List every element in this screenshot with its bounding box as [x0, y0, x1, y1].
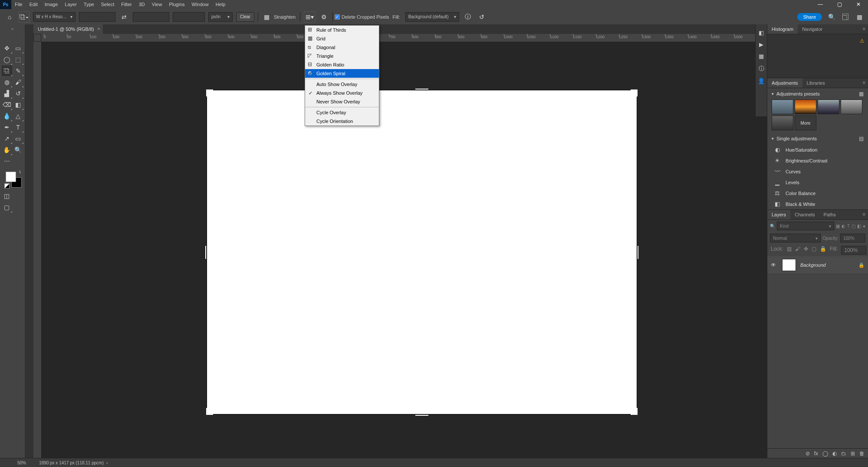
- gradient-tool-icon[interactable]: ◧: [13, 99, 24, 110]
- zoom-tool-icon[interactable]: 🔍: [13, 144, 24, 156]
- horizontal-ruler[interactable]: 0501001502002503003504004505005506006507…: [41, 34, 767, 42]
- crop-handle-r[interactable]: [635, 246, 638, 259]
- filter-image-icon[interactable]: ▦: [836, 224, 840, 229]
- screenmode-icon[interactable]: ▢: [1, 202, 13, 213]
- menu-plugins[interactable]: Plugins: [165, 0, 188, 9]
- close-tab-icon[interactable]: ×: [97, 26, 100, 31]
- cloud-docs-icon[interactable]: ⿹: [840, 12, 851, 22]
- menu-layer[interactable]: Layer: [61, 0, 80, 9]
- group-icon[interactable]: 🗀: [841, 450, 846, 457]
- window-maximize-button[interactable]: ▢: [830, 0, 849, 9]
- histogram-warning-icon[interactable]: ⚠: [860, 38, 865, 44]
- delete-cropped-checkbox[interactable]: ✓: [335, 14, 340, 20]
- fill-input[interactable]: 100%: [841, 246, 866, 255]
- panel-menu-icon[interactable]: ≡: [860, 78, 868, 88]
- preset-thumb[interactable]: [795, 99, 816, 114]
- menu-edit[interactable]: Edit: [26, 0, 41, 9]
- adjustment-hue-saturation[interactable]: ◐Hue/Saturation: [767, 144, 868, 155]
- paths-tab[interactable]: Paths: [819, 210, 840, 219]
- dodge-tool-icon[interactable]: △: [13, 110, 24, 122]
- menu-window[interactable]: Window: [188, 0, 212, 9]
- layer-lock-icon[interactable]: 🔒: [858, 262, 865, 268]
- new-layer-icon[interactable]: ⊞: [851, 450, 855, 457]
- crop-unit-select[interactable]: px/in▾: [208, 12, 233, 22]
- straighten-icon[interactable]: ▦: [262, 12, 272, 22]
- navigator-tab[interactable]: Navigator: [798, 24, 827, 34]
- status-more-icon[interactable]: ›: [106, 460, 108, 465]
- blur-tool-icon[interactable]: 💧: [1, 110, 13, 122]
- menu-file[interactable]: File: [11, 0, 26, 9]
- overlay-cycle-orientation[interactable]: Cycle Orientation: [305, 117, 379, 126]
- lock-artboard-icon[interactable]: ▢: [812, 246, 816, 255]
- eraser-tool-icon[interactable]: ⌫: [1, 99, 13, 110]
- adjustment-color-balance[interactable]: ⚖Color Balance: [767, 188, 868, 199]
- pen-tool-icon[interactable]: ✒: [1, 122, 13, 133]
- gradients-panel-icon[interactable]: ▦: [759, 53, 764, 60]
- layer-filter-select[interactable]: Kind▾: [777, 222, 834, 230]
- lock-all-icon[interactable]: 🔒: [820, 246, 826, 255]
- preset-thumb[interactable]: [818, 99, 839, 114]
- path-tool-icon[interactable]: ↗: [1, 133, 13, 144]
- swap-dimensions-icon[interactable]: ⇄: [119, 12, 129, 22]
- zoom-level[interactable]: 50%: [9, 460, 35, 465]
- move-tool-icon[interactable]: ✥: [1, 43, 13, 54]
- lasso-tool-icon[interactable]: ◯: [1, 54, 13, 65]
- crop-resolution-input[interactable]: [173, 12, 205, 22]
- presets-header[interactable]: ▾Adjustments presets ▦: [767, 88, 868, 99]
- filter-smart-icon[interactable]: ◧: [857, 224, 861, 229]
- selection-tool-icon[interactable]: ⬚: [13, 54, 24, 65]
- adjustment-curves[interactable]: 〰Curves: [767, 166, 868, 177]
- workspace-icon[interactable]: ▦: [854, 12, 865, 22]
- panel-menu-icon[interactable]: ≡: [860, 24, 868, 34]
- canvas-area[interactable]: 0501001502002503003504004505005506006507…: [33, 34, 767, 458]
- eyedropper-tool-icon[interactable]: ✎: [13, 65, 24, 76]
- brush-tool-icon[interactable]: 🖌: [13, 76, 24, 88]
- crop-handle-t[interactable]: [415, 89, 428, 92]
- preset-more-button[interactable]: More: [795, 116, 816, 130]
- panel-menu-icon[interactable]: ≡: [860, 210, 868, 219]
- document-info[interactable]: 1890 px x 1417 px (118.11 ppcm): [39, 460, 104, 465]
- clear-button[interactable]: Clear: [236, 12, 254, 22]
- home-icon[interactable]: ⌂: [4, 12, 15, 22]
- layer-style-icon[interactable]: fx: [814, 450, 818, 457]
- overlay-golden-spiral[interactable]: ⊚✓Golden Spiral: [305, 69, 379, 78]
- menu-help[interactable]: Help: [212, 0, 229, 9]
- history-brush-tool-icon[interactable]: ↺: [13, 88, 24, 99]
- color-panel-icon[interactable]: ◧: [759, 30, 764, 36]
- swatches-panel-icon[interactable]: ▶: [759, 41, 763, 48]
- overlay-cycle-overlay[interactable]: Cycle Overlay: [305, 108, 379, 117]
- overlay-rule-of-thirds[interactable]: ⊞Rule of Thirds: [305, 26, 379, 34]
- document-canvas[interactable]: [207, 90, 637, 414]
- crop-handle-tr[interactable]: [631, 89, 638, 96]
- menu-view[interactable]: View: [148, 0, 166, 9]
- quickmask-icon[interactable]: ◫: [1, 190, 13, 202]
- overlay-always-show-overlay[interactable]: ✓Always Show Overlay: [305, 89, 379, 97]
- list-view-icon[interactable]: ▤: [859, 136, 864, 142]
- overlay-triangle[interactable]: ◸Triangle: [305, 52, 379, 60]
- properties-panel-icon[interactable]: 👤: [758, 78, 765, 84]
- document-tab[interactable]: Untitled-1 @ 50% (RGB/8) ×: [33, 24, 103, 34]
- filter-adjust-icon[interactable]: ◐: [842, 224, 845, 229]
- crop-preset-select[interactable]: W x H x Reso…▾: [33, 12, 76, 22]
- color-swatches[interactable]: ⤹: [4, 170, 21, 187]
- crop-width-input[interactable]: [79, 12, 115, 22]
- fill-select[interactable]: Background (default)▾: [405, 12, 459, 22]
- blend-mode-select[interactable]: Normal▾: [770, 234, 821, 242]
- info-panel-icon[interactable]: ⓘ: [759, 65, 764, 73]
- menu-select[interactable]: Select: [98, 0, 118, 9]
- opacity-input[interactable]: 100%: [840, 234, 865, 242]
- layers-tab[interactable]: Layers: [767, 210, 790, 219]
- default-colors-icon[interactable]: [4, 183, 10, 189]
- adjustment-levels[interactable]: ▁Levels: [767, 177, 868, 188]
- lock-image-icon[interactable]: 🖌: [795, 246, 800, 255]
- healing-tool-icon[interactable]: ◍: [1, 76, 13, 88]
- window-minimize-button[interactable]: —: [811, 0, 830, 9]
- share-button[interactable]: Share: [797, 13, 822, 21]
- crop-handle-br[interactable]: [631, 408, 638, 415]
- libraries-tab[interactable]: Libraries: [802, 78, 829, 88]
- shape-tool-icon[interactable]: ▭: [13, 133, 24, 144]
- ruler-origin[interactable]: [33, 34, 41, 42]
- layer-mask-icon[interactable]: ◯: [822, 450, 828, 457]
- preset-thumb[interactable]: [841, 99, 862, 114]
- delete-layer-icon[interactable]: 🗑: [859, 450, 865, 457]
